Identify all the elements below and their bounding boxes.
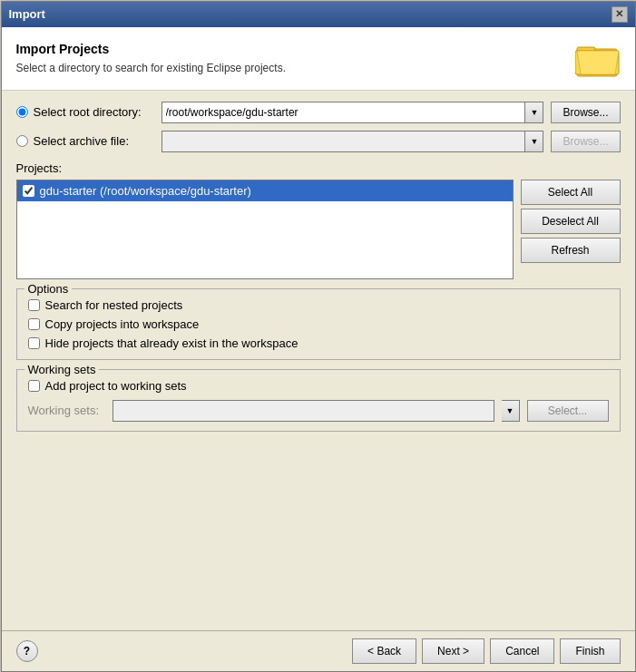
hide-projects-label: Hide projects that already exist in the … bbox=[45, 336, 298, 350]
copy-projects-label: Copy projects into workspace bbox=[45, 317, 200, 331]
main-content: Select root directory: ▼ Browse... Selec… bbox=[2, 91, 635, 630]
deselect-all-button[interactable]: Deselect All bbox=[521, 209, 621, 234]
archive-file-radio[interactable] bbox=[16, 135, 28, 147]
archive-file-label: Select archive file: bbox=[34, 134, 130, 148]
root-directory-dropdown-arrow[interactable]: ▼ bbox=[525, 102, 543, 123]
finish-button[interactable]: Finish bbox=[560, 638, 620, 664]
header-description: Select a directory to search for existin… bbox=[16, 62, 575, 74]
working-sets-field-label: Working sets: bbox=[28, 404, 105, 417]
header-text: Import Projects Select a directory to se… bbox=[16, 42, 575, 74]
working-sets-group: Working sets Add project to working sets… bbox=[16, 369, 621, 432]
working-sets-select-button[interactable]: Select... bbox=[527, 400, 609, 422]
archive-file-combo: ▼ bbox=[161, 131, 544, 152]
projects-label: Projects: bbox=[16, 161, 621, 175]
close-button[interactable]: ✕ bbox=[612, 6, 628, 23]
cancel-button[interactable]: Cancel bbox=[490, 638, 554, 664]
root-directory-row: Select root directory: ▼ Browse... bbox=[16, 102, 621, 123]
root-directory-radio[interactable] bbox=[16, 106, 28, 118]
header-section: Import Projects Select a directory to se… bbox=[2, 27, 635, 91]
add-working-sets-label: Add project to working sets bbox=[45, 379, 187, 393]
project-name: gdu-starter (/root/workspace/gdu-starter… bbox=[40, 184, 251, 198]
root-directory-input[interactable] bbox=[161, 102, 526, 123]
root-directory-label: Select root directory: bbox=[34, 105, 142, 119]
working-sets-input-row: Working sets: ▼ Select... bbox=[28, 400, 609, 422]
copy-projects-row: Copy projects into workspace bbox=[28, 317, 609, 331]
working-sets-legend: Working sets bbox=[24, 363, 100, 376]
hide-projects-checkbox[interactable] bbox=[28, 337, 40, 349]
bottom-bar: ? < Back Next > Cancel Finish bbox=[2, 630, 635, 671]
options-legend: Options bbox=[24, 282, 73, 296]
projects-buttons: Select All Deselect All Refresh bbox=[521, 180, 621, 279]
nested-projects-checkbox[interactable] bbox=[28, 299, 40, 311]
title-bar: Import ✕ bbox=[2, 2, 635, 27]
next-button[interactable]: Next > bbox=[422, 638, 484, 664]
archive-file-row: Select archive file: ▼ Browse... bbox=[16, 131, 621, 152]
projects-area: gdu-starter (/root/workspace/gdu-starter… bbox=[16, 180, 621, 279]
archive-file-input[interactable] bbox=[161, 131, 526, 152]
working-sets-dropdown-arrow[interactable]: ▼ bbox=[502, 400, 520, 422]
root-directory-browse-button[interactable]: Browse... bbox=[551, 102, 620, 123]
archive-file-radio-label[interactable]: Select archive file: bbox=[16, 134, 161, 148]
header-title: Import Projects bbox=[16, 42, 575, 56]
archive-file-browse-button[interactable]: Browse... bbox=[551, 131, 620, 152]
project-checkbox[interactable] bbox=[23, 185, 34, 197]
archive-file-dropdown-arrow[interactable]: ▼ bbox=[525, 131, 543, 152]
help-button[interactable]: ? bbox=[16, 640, 38, 662]
project-item[interactable]: gdu-starter (/root/workspace/gdu-starter… bbox=[17, 180, 513, 201]
svg-marker-3 bbox=[577, 51, 619, 74]
import-dialog: Import ✕ Import Projects Select a direct… bbox=[1, 1, 636, 672]
projects-list: gdu-starter (/root/workspace/gdu-starter… bbox=[16, 180, 514, 279]
select-all-button[interactable]: Select All bbox=[521, 180, 621, 205]
options-group: Options Search for nested projects Copy … bbox=[16, 288, 621, 360]
nested-projects-label: Search for nested projects bbox=[45, 298, 183, 312]
root-directory-radio-label[interactable]: Select root directory: bbox=[16, 105, 161, 119]
refresh-button[interactable]: Refresh bbox=[521, 238, 621, 263]
folder-icon bbox=[575, 38, 621, 79]
nested-projects-row: Search for nested projects bbox=[28, 298, 609, 312]
dialog-title: Import bbox=[9, 7, 45, 21]
add-working-sets-checkbox[interactable] bbox=[28, 380, 40, 392]
root-directory-combo: ▼ bbox=[161, 102, 544, 123]
back-button[interactable]: < Back bbox=[352, 638, 416, 664]
hide-projects-row: Hide projects that already exist in the … bbox=[28, 336, 609, 350]
working-sets-input[interactable] bbox=[113, 400, 494, 422]
add-to-working-sets-row: Add project to working sets bbox=[28, 379, 609, 393]
copy-projects-checkbox[interactable] bbox=[28, 318, 40, 330]
